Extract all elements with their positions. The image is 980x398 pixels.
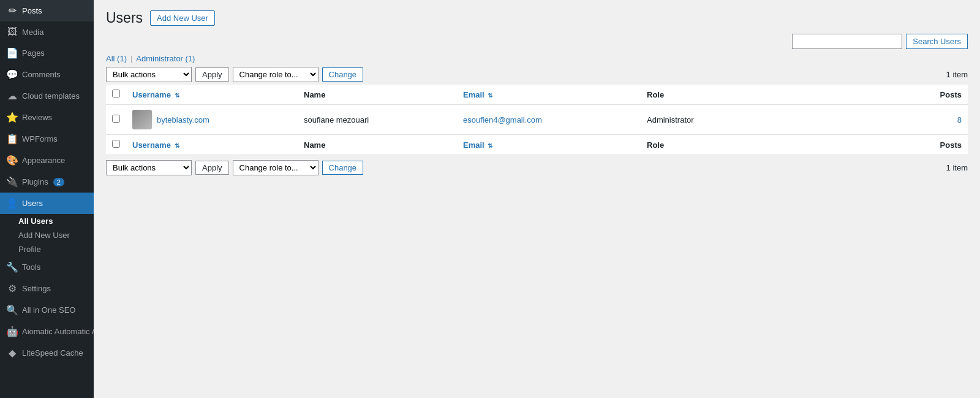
seo-icon: 🔍 bbox=[6, 304, 18, 316]
litespeed-icon: ◆ bbox=[6, 347, 18, 359]
sidebar-item-wpforms[interactable]: 📋 WPForms bbox=[0, 128, 94, 150]
sidebar-item-plugins[interactable]: 🔌 Plugins 2 bbox=[0, 171, 94, 193]
sidebar-item-tools[interactable]: 🔧 Tools bbox=[0, 256, 94, 278]
role-cell: Administrator bbox=[641, 105, 751, 135]
email-footer-sort-arrow: ⇅ bbox=[488, 142, 492, 149]
plugins-badge: 2 bbox=[53, 178, 64, 186]
page-title: Users bbox=[106, 10, 143, 26]
wpforms-icon: 📋 bbox=[6, 133, 18, 145]
select-all-checkbox[interactable] bbox=[112, 90, 120, 98]
settings-icon: ⚙ bbox=[6, 283, 18, 294]
table-footer-row: Username ⇅ Name Email ⇅ Role Posts bbox=[106, 135, 968, 155]
plugins-icon: 🔌 bbox=[6, 176, 18, 188]
bottom-bulk-actions-select[interactable]: Bulk actions bbox=[106, 160, 192, 175]
sidebar-item-posts[interactable]: ✏ Posts bbox=[0, 0, 94, 21]
posts-icon: ✏ bbox=[6, 5, 18, 17]
top-toolbar: Bulk actions Apply Change role to... Cha… bbox=[106, 67, 968, 82]
email-cell[interactable]: esoufien4@gmail.com bbox=[457, 105, 641, 135]
aiomatic-icon: 🤖 bbox=[6, 326, 18, 337]
tools-icon: 🔧 bbox=[6, 261, 18, 273]
sidebar-item-cloud-templates[interactable]: ☁ Cloud templates bbox=[0, 85, 94, 107]
top-change-role-select[interactable]: Change role to... bbox=[233, 67, 318, 82]
select-all-footer bbox=[106, 135, 126, 155]
table-row: byteblasty.com soufiane mezouari esoufie… bbox=[106, 105, 968, 135]
username-link[interactable]: byteblasty.com bbox=[157, 115, 209, 124]
reviews-icon: ⭐ bbox=[6, 112, 18, 123]
search-input[interactable] bbox=[792, 34, 902, 49]
sidebar-item-media[interactable]: 🖼 Media bbox=[0, 21, 94, 42]
bottom-change-button[interactable]: Change bbox=[322, 161, 364, 175]
main-content: Users Add New User Search Users All (1) … bbox=[94, 0, 980, 398]
username-footer-sort-arrow: ⇅ bbox=[175, 142, 179, 149]
email-footer-header[interactable]: Email ⇅ bbox=[457, 135, 641, 155]
top-item-count: 1 item bbox=[946, 70, 968, 79]
filter-row: All (1) | Administrator (1) bbox=[106, 54, 968, 63]
email-sort-arrow: ⇅ bbox=[488, 92, 492, 99]
top-apply-button[interactable]: Apply bbox=[195, 67, 229, 82]
username-footer-header[interactable]: Username ⇅ bbox=[126, 135, 298, 155]
top-bulk-actions-select[interactable]: Bulk actions bbox=[106, 67, 192, 82]
select-all-footer-checkbox[interactable] bbox=[112, 140, 120, 148]
sidebar: ✏ Posts 🖼 Media 📄 Pages 💬 Comments ☁ Clo… bbox=[0, 0, 94, 398]
bottom-item-count: 1 item bbox=[946, 163, 968, 172]
posts-link[interactable]: 8 bbox=[957, 115, 962, 124]
posts-cell[interactable]: 8 bbox=[751, 105, 968, 135]
sidebar-sub-all-users[interactable]: All Users bbox=[0, 214, 94, 228]
users-icon: 👤 bbox=[6, 197, 18, 209]
username-header[interactable]: Username ⇅ bbox=[126, 85, 298, 105]
filter-admin-link[interactable]: Administrator (1) bbox=[136, 54, 195, 63]
sidebar-item-litespeed[interactable]: ◆ LiteSpeed Cache bbox=[0, 342, 94, 364]
posts-header: Posts bbox=[751, 85, 968, 105]
avatar bbox=[132, 110, 152, 129]
page-header: Users Add New User bbox=[106, 10, 968, 26]
row-checkbox-cell bbox=[106, 105, 126, 135]
email-link[interactable]: esoufien4@gmail.com bbox=[463, 115, 542, 124]
pages-icon: 📄 bbox=[6, 47, 18, 59]
select-all-header bbox=[106, 85, 126, 105]
table-header-row: Username ⇅ Name Email ⇅ Role Posts bbox=[106, 85, 968, 105]
bottom-change-role-select[interactable]: Change role to... bbox=[233, 160, 318, 175]
bottom-toolbar: Bulk actions Apply Change role to... Cha… bbox=[106, 160, 968, 175]
sidebar-item-users[interactable]: 👤 Users bbox=[0, 193, 94, 214]
search-button[interactable]: Search Users bbox=[906, 34, 968, 49]
comments-icon: 💬 bbox=[6, 69, 18, 80]
filter-all-link[interactable]: All (1) bbox=[106, 54, 127, 63]
appearance-icon: 🎨 bbox=[6, 155, 18, 166]
sidebar-sub-add-new-user[interactable]: Add New User bbox=[0, 228, 94, 242]
media-icon: 🖼 bbox=[6, 26, 18, 37]
sidebar-item-all-in-one-seo[interactable]: 🔍 All in One SEO bbox=[0, 299, 94, 321]
role-footer-header: Role bbox=[641, 135, 751, 155]
name-footer-header: Name bbox=[298, 135, 457, 155]
sidebar-item-aiomatic[interactable]: 🤖 Aiomatic Automatic AI Content Writer bbox=[0, 321, 94, 342]
sidebar-item-settings[interactable]: ⚙ Settings bbox=[0, 278, 94, 299]
sidebar-item-appearance[interactable]: 🎨 Appearance bbox=[0, 150, 94, 171]
name-cell: soufiane mezouari bbox=[298, 105, 457, 135]
name-header: Name bbox=[298, 85, 457, 105]
sidebar-item-reviews[interactable]: ⭐ Reviews bbox=[0, 107, 94, 128]
sidebar-item-pages[interactable]: 📄 Pages bbox=[0, 42, 94, 64]
bottom-apply-button[interactable]: Apply bbox=[195, 161, 229, 175]
username-cell[interactable]: byteblasty.com bbox=[126, 105, 298, 135]
sidebar-sub-profile[interactable]: Profile bbox=[0, 242, 94, 256]
search-row: Search Users bbox=[106, 34, 968, 49]
top-change-button[interactable]: Change bbox=[322, 67, 364, 82]
cloud-icon: ☁ bbox=[6, 90, 18, 102]
posts-footer-header: Posts bbox=[751, 135, 968, 155]
users-table: Username ⇅ Name Email ⇅ Role Posts bbox=[106, 85, 968, 155]
row-checkbox[interactable] bbox=[112, 115, 120, 123]
sidebar-item-comments[interactable]: 💬 Comments bbox=[0, 64, 94, 85]
add-new-user-button[interactable]: Add New User bbox=[150, 10, 215, 26]
email-header[interactable]: Email ⇅ bbox=[457, 85, 641, 105]
username-sort-arrow: ⇅ bbox=[175, 92, 179, 99]
role-header: Role bbox=[641, 85, 751, 105]
